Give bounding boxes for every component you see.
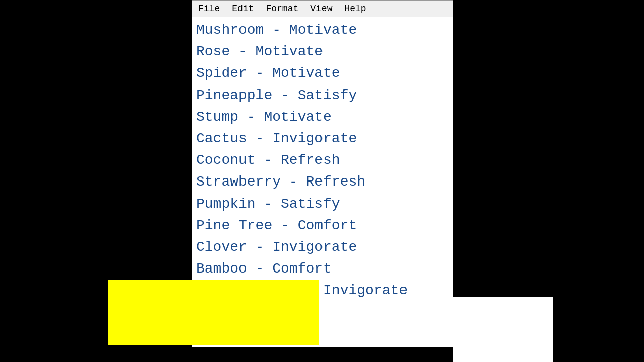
list-item: Clover - Invigorate: [192, 236, 453, 258]
yellow-highlight: [108, 280, 319, 345]
application-window: File Edit Format View Help Mushroom - Mo…: [192, 0, 453, 302]
list-item: Pumpkin - Satisfy: [192, 193, 453, 215]
list-item: Cactus - Invigorate: [192, 128, 453, 149]
menu-view[interactable]: View: [308, 3, 334, 15]
list-item: Spider - Motivate: [192, 62, 453, 84]
list-item: Mushroom - Motivate: [192, 19, 453, 41]
list-item: Strawberry - Refresh: [192, 171, 453, 193]
list-item: Rose - Motivate: [192, 41, 453, 62]
menu-format[interactable]: Format: [264, 3, 300, 15]
menubar: File Edit Format View Help: [192, 1, 453, 17]
screen: File Edit Format View Help Mushroom - Mo…: [0, 0, 644, 362]
menu-help[interactable]: Help: [342, 3, 368, 15]
list-item: Bamboo - Comfort: [192, 258, 453, 280]
list-item: Stump - Motivate: [192, 106, 453, 128]
list-item: Coconut - Refresh: [192, 149, 453, 171]
menu-file[interactable]: File: [196, 3, 222, 15]
white-overlay: [453, 297, 553, 362]
menu-edit[interactable]: Edit: [230, 3, 256, 15]
list-item: Pine Tree - Comfort: [192, 215, 453, 236]
list-item: Pineapple - Satisfy: [192, 84, 453, 106]
